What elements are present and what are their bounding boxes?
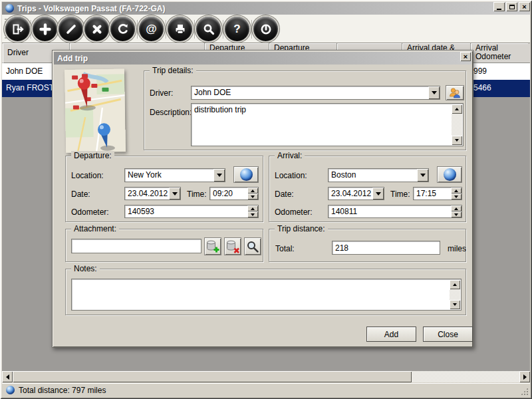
scroll-down-button[interactable] (452, 136, 462, 145)
location-label: Location: (71, 171, 104, 180)
date-label: Date: (71, 190, 90, 199)
driver-combobox[interactable]: John DOE (191, 86, 440, 100)
header-label: Odometer (475, 53, 528, 61)
departure-odometer-value: 140593 (128, 207, 154, 216)
arrival-time-spinner[interactable]: 17:15 (413, 187, 462, 200)
arrival-location-dropdown[interactable] (417, 169, 428, 182)
chevron-down-icon (172, 192, 178, 196)
notes-textarea[interactable] (71, 279, 462, 311)
arrow-up-icon (251, 207, 255, 210)
spin-up-button[interactable] (247, 205, 258, 211)
window-title: Trips - Volkswagen Passat (FA-722-GA) (17, 4, 166, 13)
arrow-up-icon (453, 283, 457, 286)
spin-up-button[interactable] (247, 188, 258, 194)
spin-down-button[interactable] (451, 211, 462, 217)
arrival-odometer-spinner[interactable]: 140811 (328, 205, 462, 218)
refresh-icon (116, 23, 130, 36)
attachment-remove-button[interactable] (224, 237, 241, 255)
power-button[interactable] (253, 17, 278, 41)
arrival-date-dropdown[interactable] (372, 188, 384, 200)
arrival-date-picker[interactable]: 23.04.2012 (328, 187, 384, 200)
odometer-label: Odometer: (275, 207, 313, 217)
question-icon: ? (233, 23, 240, 35)
group-legend: Notes: (71, 264, 100, 273)
maximize-button[interactable] (506, 2, 517, 11)
description-scrollbar[interactable] (452, 104, 462, 145)
arrow-up-icon (454, 190, 458, 192)
total-distance-input[interactable] (332, 241, 440, 255)
arrival-location-value: Boston (331, 170, 356, 180)
toolbar-separator (31, 20, 31, 39)
spin-down-button[interactable] (247, 194, 258, 200)
arrival-map-button[interactable] (437, 166, 462, 183)
scrollbar-thumb[interactable] (13, 371, 412, 382)
attachment-add-button[interactable] (204, 237, 221, 255)
arrow-down-icon (453, 303, 457, 306)
arrival-date-value: 23.04.2012 (331, 189, 371, 198)
departure-location-combobox[interactable]: New York (124, 168, 225, 182)
spin-up-button[interactable] (451, 205, 462, 211)
departure-date-picker[interactable]: 23.04.2012 (124, 187, 181, 200)
close-button[interactable]: × (519, 2, 530, 11)
departure-location-value: New York (128, 170, 162, 180)
map-preview (65, 68, 126, 153)
close-dialog-button[interactable]: Close (423, 327, 473, 342)
help-button[interactable]: ? (225, 17, 249, 41)
header-cell-arrival-odometer[interactable]: Arrival Odometer (471, 43, 528, 63)
horizontal-scrollbar[interactable] (2, 371, 530, 382)
driver-dropdown-button[interactable] (428, 86, 440, 99)
time-label: Time: (390, 190, 410, 199)
plus-icon (39, 23, 52, 36)
dialog-titlebar: Add trip (54, 52, 471, 65)
select-driver-button[interactable] (446, 85, 464, 100)
spin-up-button[interactable] (451, 188, 462, 194)
exit-button[interactable] (5, 17, 30, 41)
departure-time-spinner[interactable]: 09:20 (209, 187, 259, 200)
minimize-icon (497, 9, 501, 10)
minimize-button[interactable] (493, 2, 505, 11)
spin-down-button[interactable] (451, 194, 462, 200)
description-textarea[interactable]: distribution trip (191, 103, 464, 146)
titlebar: Trips - Volkswagen Passat (FA-722-GA) (2, 2, 530, 15)
add-button[interactable] (33, 17, 57, 41)
scroll-up-button[interactable] (450, 280, 460, 289)
scroll-right-button[interactable] (519, 371, 530, 382)
magnifier-icon (245, 239, 260, 254)
edit-button[interactable] (59, 17, 83, 41)
pencil-icon (65, 23, 78, 36)
departure-date-dropdown[interactable] (169, 188, 180, 200)
time-label: Time: (187, 190, 207, 199)
delete-button[interactable] (84, 17, 109, 41)
resize-grip[interactable] (520, 387, 529, 396)
dialog-close-button[interactable]: × (460, 52, 471, 61)
email-button[interactable]: @ (139, 17, 164, 41)
spin-down-button[interactable] (247, 211, 258, 217)
toolbar-separator (194, 20, 195, 39)
attachment-input[interactable] (71, 239, 201, 253)
departure-map-button[interactable] (233, 166, 259, 183)
departure-odometer-spinner[interactable]: 140593 (124, 205, 259, 218)
notes-scrollbar[interactable] (450, 280, 460, 309)
x-icon (90, 23, 104, 36)
maximize-icon (509, 5, 515, 9)
scroll-up-button[interactable] (452, 104, 462, 114)
attachment-view-button[interactable] (244, 237, 261, 255)
add-trip-button[interactable]: Add (366, 327, 416, 342)
arrow-down-icon (455, 139, 459, 142)
scroll-left-button[interactable] (2, 371, 13, 382)
departure-group: Departure: Location: New York Date: 23.0… (65, 156, 263, 222)
description-value: distribution trip (194, 105, 246, 114)
arrival-time-value: 17:15 (416, 189, 436, 198)
location-label: Location: (275, 171, 307, 180)
search-button[interactable] (196, 17, 221, 41)
status-globe-icon (6, 386, 15, 394)
miles-unit-label: miles (448, 244, 466, 253)
refresh-button[interactable] (110, 17, 135, 41)
departure-location-dropdown[interactable] (213, 169, 225, 182)
departure-date-value: 23.04.2012 (128, 189, 168, 198)
group-legend: Trip distance: (275, 224, 328, 233)
driver-value: John DOE (194, 88, 231, 97)
arrival-location-combobox[interactable]: Boston (328, 168, 429, 182)
scroll-down-button[interactable] (450, 300, 460, 309)
print-button[interactable] (168, 17, 192, 41)
